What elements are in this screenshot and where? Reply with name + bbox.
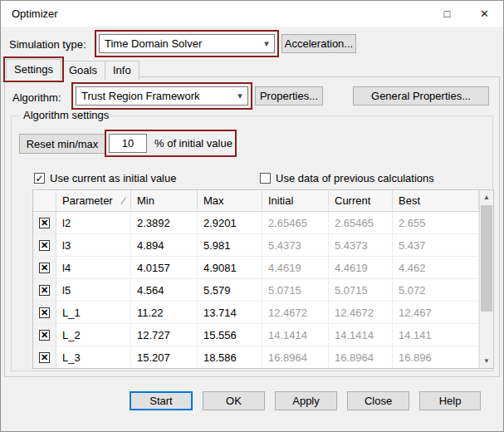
header-max[interactable]: Max [198, 190, 262, 212]
current-value[interactable]: 12.4672 [329, 302, 393, 324]
max-value[interactable]: 5.981 [198, 234, 262, 257]
row-select-cell: ✕ [33, 257, 56, 279]
param-name[interactable]: L_3 [56, 346, 131, 368]
initial-value[interactable]: 16.8964 [262, 346, 329, 368]
general-properties-button[interactable]: General Properties... [353, 86, 489, 106]
caption-buttons: □ ✕ [428, 1, 503, 27]
initial-value[interactable]: 5.0715 [262, 279, 329, 302]
initial-value[interactable]: 12.4672 [262, 302, 329, 324]
current-value[interactable]: 5.4373 [329, 234, 393, 257]
current-value[interactable]: 16.8964 [329, 346, 393, 368]
min-value[interactable]: 15.207 [131, 346, 198, 368]
use-current-row: ✓ Use current as initial value [34, 172, 176, 184]
chevron-down-icon: ▾ [259, 38, 274, 49]
header-initial[interactable]: Initial [262, 190, 329, 212]
reset-minmax-button[interactable]: Reset min/max [19, 134, 105, 154]
close-button[interactable]: Close [347, 391, 409, 410]
header-min[interactable]: Min [131, 190, 198, 212]
param-name[interactable]: l4 [56, 257, 131, 279]
param-name[interactable]: l5 [56, 279, 131, 302]
max-value[interactable]: 4.9081 [198, 257, 262, 279]
initial-value-percent-input[interactable] [109, 134, 147, 153]
use-previous-row: Use data of previous calculations [260, 172, 434, 184]
max-value[interactable]: 13.714 [198, 302, 262, 324]
initial-value[interactable]: 2.65465 [262, 212, 329, 234]
header-best[interactable]: Best [393, 190, 479, 212]
parameter-table: Parameter ∕ Min Max Initial Current Best… [32, 189, 494, 369]
min-value[interactable]: 12.727 [131, 324, 198, 346]
acceleration-button[interactable]: Acceleration... [281, 34, 356, 53]
scrollbar-thumb[interactable] [481, 205, 492, 312]
algorithm-dropdown[interactable]: Trust Region Framework ▾ [76, 86, 248, 106]
header-parameter[interactable]: Parameter ∕ [56, 190, 131, 212]
param-name[interactable]: l3 [56, 234, 131, 257]
best-value[interactable]: 4.462 [393, 257, 479, 279]
header-current[interactable]: Current [329, 190, 393, 212]
row-checkbox[interactable]: ✕ [39, 285, 50, 296]
max-value[interactable]: 2.9201 [198, 212, 262, 234]
param-name[interactable]: l2 [56, 212, 131, 234]
param-name[interactable]: L_1 [56, 302, 131, 324]
max-value[interactable]: 5.579 [198, 279, 262, 302]
title-bar: Optimizer □ ✕ [1, 1, 503, 27]
table-row: ✕L_315.20718.58616.896416.896416.896 [33, 346, 479, 368]
table-row: ✕l44.01574.90814.46194.46194.462 [33, 257, 479, 279]
help-button[interactable]: Help [419, 391, 481, 410]
reset-value-group: % of initial value [109, 134, 232, 153]
best-value[interactable]: 2.655 [393, 212, 479, 234]
tab-goals[interactable]: Goals [61, 61, 105, 80]
best-value[interactable]: 5.072 [393, 279, 479, 302]
simulation-type-value: Time Domain Solver [105, 37, 202, 50]
best-value[interactable]: 12.467 [393, 302, 479, 324]
row-select-cell: ✕ [33, 302, 56, 324]
tab-info[interactable]: Info [105, 61, 139, 80]
table-row: ✕l34.8945.9815.43735.43735.437 [33, 234, 479, 257]
row-checkbox[interactable]: ✕ [39, 240, 50, 251]
row-checkbox[interactable]: ✕ [39, 307, 50, 318]
scroll-up-icon[interactable]: ▲ [480, 190, 493, 204]
min-value[interactable]: 11.22 [131, 302, 198, 324]
start-button[interactable]: Start [130, 391, 193, 410]
use-current-checkbox[interactable]: ✓ [34, 173, 45, 184]
best-value[interactable]: 14.141 [393, 324, 479, 346]
table-row: ✕l54.5645.5795.07155.07155.072 [33, 279, 479, 302]
maximize-icon[interactable]: □ [428, 1, 466, 27]
row-checkbox[interactable]: ✕ [39, 330, 50, 341]
initial-value[interactable]: 14.1414 [262, 324, 329, 346]
optimizer-dialog: Optimizer □ ✕ Simulation type: Time Doma… [0, 0, 504, 432]
use-previous-checkbox[interactable] [260, 173, 271, 184]
row-checkbox[interactable]: ✕ [39, 218, 50, 228]
close-icon[interactable]: ✕ [466, 1, 503, 27]
min-value[interactable]: 4.0157 [131, 257, 198, 279]
row-checkbox[interactable]: ✕ [39, 263, 50, 273]
initial-value[interactable]: 4.4619 [262, 257, 329, 279]
min-value[interactable]: 4.564 [131, 279, 198, 302]
current-value[interactable]: 4.4619 [329, 257, 393, 279]
initial-value[interactable]: 5.4373 [262, 234, 329, 257]
window-title: Optimizer [1, 7, 58, 20]
simulation-type-label: Simulation type: [9, 38, 86, 51]
param-name[interactable]: L_2 [56, 324, 131, 346]
scroll-down-icon[interactable]: ▼ [480, 354, 493, 368]
simulation-type-dropdown[interactable]: Time Domain Solver ▾ [99, 34, 275, 53]
header-select [33, 190, 56, 212]
apply-button[interactable]: Apply [275, 391, 337, 410]
ok-button[interactable]: OK [203, 391, 265, 410]
min-value[interactable]: 4.894 [131, 234, 198, 257]
current-value[interactable]: 2.65465 [329, 212, 393, 234]
max-value[interactable]: 15.556 [198, 324, 262, 346]
table-header: Parameter ∕ Min Max Initial Current Best [33, 190, 479, 212]
properties-button[interactable]: Properties... [255, 86, 323, 106]
current-value[interactable]: 14.1414 [329, 324, 393, 346]
tab-settings[interactable]: Settings [6, 59, 61, 80]
row-select-cell: ✕ [33, 279, 56, 302]
best-value[interactable]: 16.896 [393, 346, 479, 368]
min-value[interactable]: 2.3892 [131, 212, 198, 234]
row-checkbox[interactable]: ✕ [39, 352, 50, 363]
current-value[interactable]: 5.0715 [329, 279, 393, 302]
max-value[interactable]: 18.586 [198, 346, 262, 368]
table-body: ✕l22.38922.92012.654652.654652.655✕l34.8… [33, 212, 479, 368]
vertical-scrollbar[interactable]: ▲ ▼ [479, 190, 493, 368]
best-value[interactable]: 5.437 [393, 234, 479, 257]
row-select-cell: ✕ [33, 346, 56, 368]
